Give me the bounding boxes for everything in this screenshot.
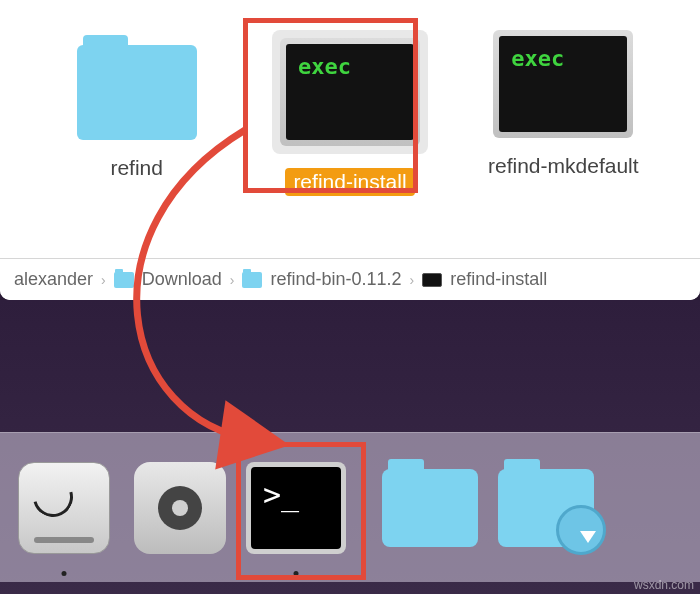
file-icons-area: refind exec refind-install exec refind-m… [0,0,700,230]
file-item-refind-install[interactable]: exec refind-install [260,30,440,196]
dock-bootcamp[interactable] [125,458,235,558]
exec-icon: exec [493,30,633,138]
dock-terminal[interactable]: >_ [241,458,351,558]
crumb-text: refind-bin-0.11.2 [270,269,401,290]
watermark: wsxdn.com [634,578,694,592]
dock-folder-1[interactable] [375,458,485,558]
running-indicator-icon [62,571,67,576]
downloads-folder-icon [498,469,594,547]
file-label: refind [102,154,171,182]
crumb-text: alexander [14,269,93,290]
breadcrumb-refind-install[interactable]: refind-install [414,269,555,290]
exec-icon: exec [280,38,420,146]
crumb-text: refind-install [450,269,547,290]
file-label: refind-install [285,168,414,196]
exec-text: exec [499,36,627,132]
breadcrumb-refind-bin[interactable]: refind-bin-0.11.2 [234,269,409,290]
dock-disk-utility[interactable] [9,458,119,558]
dock: >_ [0,432,700,582]
download-arrow-icon [580,531,596,543]
file-label: refind-mkdefault [480,152,647,180]
folder-icon [382,469,478,547]
breadcrumb: alexander › Download › refind-bin-0.11.2… [0,258,700,300]
folder-icon [77,45,197,140]
exec-icon [422,273,442,287]
finder-window: refind exec refind-install exec refind-m… [0,0,700,300]
terminal-icon: >_ [246,462,346,554]
file-item-refind-mkdefault[interactable]: exec refind-mkdefault [473,30,653,180]
selection-highlight: exec [272,30,428,154]
breadcrumb-user[interactable]: alexander [6,269,101,290]
disk-utility-icon [18,462,110,554]
running-indicator-icon [294,571,299,576]
folder-icon [114,272,134,288]
folder-icon [242,272,262,288]
terminal-prompt: >_ [251,467,341,549]
file-item-refind[interactable]: refind [47,30,227,182]
bootcamp-icon [134,462,226,554]
dock-downloads[interactable] [491,458,601,558]
dock-divider [362,458,364,558]
crumb-text: Download [142,269,222,290]
exec-text: exec [286,44,414,140]
breadcrumb-downloads[interactable]: Download [106,269,230,290]
